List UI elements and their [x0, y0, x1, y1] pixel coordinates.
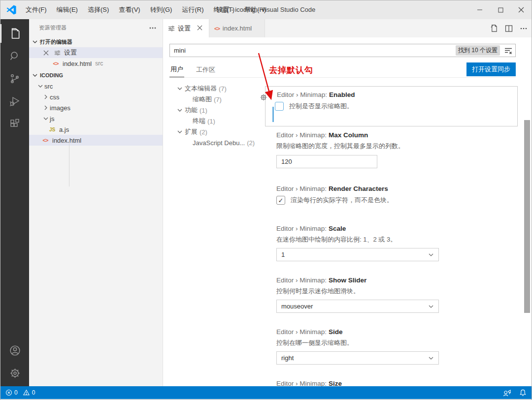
toc-extensions[interactable]: 扩展(2) — [170, 126, 266, 137]
close-tab-icon[interactable] — [196, 25, 204, 32]
clear-filter-icon[interactable] — [503, 45, 514, 56]
settings-search-input[interactable] — [170, 47, 456, 54]
modified-indicator — [272, 107, 274, 122]
more-actions-icon[interactable] — [149, 24, 157, 32]
minimize-icon — [477, 7, 483, 13]
open-editor-settings[interactable]: 设置 — [29, 47, 163, 58]
error-icon — [5, 389, 12, 396]
search-icon[interactable] — [0, 45, 29, 67]
scope-tab-workspace[interactable]: 工作区 — [195, 62, 216, 77]
menu-edit[interactable]: 编辑(E) — [52, 3, 82, 16]
source-control-icon[interactable] — [0, 67, 29, 90]
tree-file-index-html[interactable]: <> index.html — [29, 135, 163, 146]
maximize-icon — [498, 7, 503, 13]
settings-search-box: 找到 10 个设置 — [169, 44, 516, 57]
feedback-icon[interactable] — [503, 389, 511, 397]
editor-path-detail: src — [95, 60, 103, 67]
setting-minimap-render-characters[interactable]: Editor › Minimap:Render Characters ✓ 渲染每… — [265, 185, 518, 205]
close-window-button[interactable] — [511, 0, 532, 19]
scope-tab-user[interactable]: 用户 — [169, 62, 184, 77]
setting-minimap-max-column[interactable]: Editor › Minimap:Max Column 限制缩略图的宽度，控制其… — [265, 131, 518, 168]
menu-terminal[interactable]: 终端(T) — [209, 3, 239, 16]
maximize-button[interactable] — [490, 0, 511, 19]
notifications-bell-icon[interactable] — [519, 389, 527, 397]
split-editor-icon[interactable] — [505, 25, 513, 32]
minimize-button[interactable] — [469, 0, 490, 19]
toc-text-editor[interactable]: 文本编辑器(7) — [170, 83, 266, 94]
toc-features[interactable]: 功能(1) — [170, 105, 266, 116]
open-editor-index-html[interactable]: <> index.html src — [29, 58, 163, 69]
extensions-icon[interactable] — [0, 113, 29, 135]
setting-minimap-enabled[interactable]: Editor › Minimap:Enabled 控制是否显示缩略图。 — [265, 86, 518, 126]
menu-run[interactable]: 运行(R) — [177, 3, 208, 16]
setting-title: Editor › Minimap:Side — [276, 328, 518, 336]
settings-content: 文本编辑器(7) 缩略图(7) 功能(1) 终端(1) — [163, 79, 532, 386]
tree-folder-src[interactable]: src — [29, 81, 163, 92]
vscode-logo-icon — [6, 5, 16, 15]
close-editor-icon[interactable] — [41, 50, 50, 56]
setting-description: 限制缩略图的宽度，控制其最多显示的列数。 — [276, 142, 518, 151]
workspace-root-header[interactable]: ICODING — [29, 70, 163, 81]
sidebar-title: 资源管理器 — [39, 24, 67, 31]
explorer-icon[interactable] — [0, 22, 29, 45]
account-icon[interactable] — [0, 339, 29, 362]
turn-on-sync-button[interactable]: 打开设置同步 — [466, 62, 516, 76]
minimap-enabled-checkbox[interactable] — [275, 102, 284, 111]
show-slider-select[interactable]: mouseover — [276, 300, 439, 313]
toc-js-debugger[interactable]: JavaScript Debu...(2) — [170, 137, 266, 148]
tree-folder-images[interactable]: images — [29, 102, 163, 113]
setting-minimap-scale[interactable]: Editor › Minimap:Scale 在迷你地图中绘制的内容比例: 1、… — [265, 225, 518, 261]
menu-file[interactable]: 文件(F) — [21, 3, 51, 16]
html-file-icon: <> — [214, 26, 220, 31]
activity-bar — [0, 19, 29, 386]
menu-help[interactable]: 帮助(H) — [240, 3, 270, 16]
tab-settings[interactable]: 设置 — [163, 19, 209, 37]
setting-title: Editor › Minimap:Enabled — [277, 91, 517, 98]
js-file-icon: JS — [48, 127, 57, 132]
setting-gear-icon[interactable] — [260, 93, 267, 103]
tree-folder-js[interactable]: js — [29, 113, 163, 124]
close-icon — [518, 7, 524, 13]
editor-area: 设置 <> index.html — [163, 19, 532, 386]
scale-select[interactable]: 1 — [276, 248, 439, 261]
setting-title: Editor › Minimap:Scale — [276, 225, 518, 232]
open-settings-json-icon[interactable] — [490, 24, 498, 32]
menu-go[interactable]: 转到(G) — [146, 3, 177, 16]
checkmark-icon: ✓ — [278, 197, 284, 204]
setting-minimap-side[interactable]: Editor › Minimap:Side 控制在哪一侧显示缩略图。 right — [265, 328, 518, 365]
menu-selection[interactable]: 选择(S) — [83, 3, 113, 16]
tree-indent-guide — [69, 143, 69, 186]
status-bar: 0 0 — [0, 386, 532, 399]
menu-view[interactable]: 查看(V) — [114, 3, 144, 16]
vscode-window: 文件(F) 编辑(E) 选择(S) 查看(V) 转到(G) 运行(R) 终端(T… — [0, 0, 532, 400]
warning-count: 0 — [32, 389, 35, 396]
settings-page: 找到 10 个设置 用户 工作区 打开设置同步 — [163, 37, 532, 386]
side-select[interactable]: right — [276, 351, 439, 365]
open-editors-header[interactable]: 打开的编辑器 — [29, 36, 163, 47]
result-count-badge: 找到 10 个设置 — [456, 45, 500, 56]
problems-indicator[interactable]: 0 0 — [5, 389, 35, 396]
setting-description: 在迷你地图中绘制的内容比例: 1、2 或 3。 — [276, 235, 518, 244]
tree-folder-css[interactable]: css — [29, 92, 163, 102]
scrollbar-thumb[interactable] — [524, 120, 530, 313]
tab-bar: 设置 <> index.html — [163, 19, 532, 37]
render-characters-checkbox[interactable]: ✓ — [276, 196, 285, 205]
run-debug-icon[interactable] — [0, 90, 29, 113]
toc-minimap[interactable]: 缩略图(7) — [170, 94, 266, 105]
setting-minimap-show-slider[interactable]: Editor › Minimap:Show Slider 控制何时显示迷你地图滑… — [265, 277, 518, 313]
more-actions-icon[interactable] — [520, 25, 528, 32]
html-file-icon: <> — [41, 137, 50, 143]
settings-gear-icon[interactable] — [0, 362, 29, 384]
chevron-down-icon — [428, 355, 434, 363]
tab-index-html[interactable]: <> index.html — [209, 19, 265, 37]
setting-description: 控制是否显示缩略图。 — [289, 102, 353, 111]
settings-scope-tabs: 用户 工作区 打开设置同步 — [169, 62, 516, 78]
max-column-input[interactable] — [281, 158, 372, 165]
setting-title: Editor › Minimap:Size — [276, 380, 518, 386]
tree-file-a-js[interactable]: JS a.js — [29, 124, 163, 135]
setting-minimap-size[interactable]: Editor › Minimap:Size — [265, 380, 518, 386]
settings-editor-icon — [168, 25, 175, 32]
setting-description: 控制何时显示迷你地图滑块。 — [276, 287, 518, 296]
toc-terminal[interactable]: 终端(1) — [170, 116, 266, 126]
chevron-down-icon — [428, 304, 434, 311]
